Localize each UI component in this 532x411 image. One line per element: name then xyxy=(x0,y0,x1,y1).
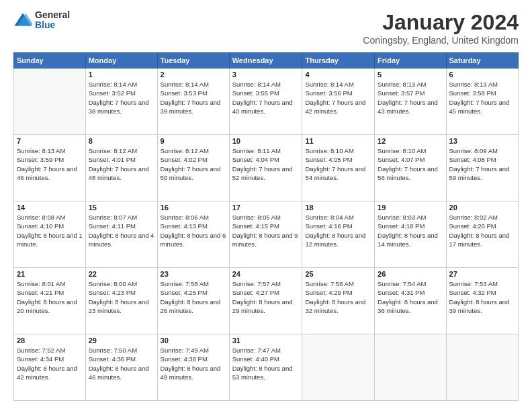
table-row: 5 Sunrise: 8:13 AM Sunset: 3:57 PM Dayli… xyxy=(375,68,446,135)
table-row xyxy=(302,334,375,401)
col-sunday: Sunday xyxy=(14,53,86,68)
cell-day-number: 10 xyxy=(232,137,300,145)
cell-sunset: Sunset: 4:34 PM xyxy=(17,355,83,363)
cell-day-number: 21 xyxy=(17,270,83,278)
cell-daylight: Daylight: 8 hours and 14 minutes. xyxy=(378,231,443,249)
cell-sunset: Sunset: 4:32 PM xyxy=(449,288,515,297)
table-row: 19 Sunrise: 8:03 AM Sunset: 4:18 PM Dayl… xyxy=(375,201,446,268)
cell-sunrise: Sunrise: 8:07 AM xyxy=(89,213,154,222)
logo-general-label: General xyxy=(35,10,70,20)
cell-daylight: Daylight: 7 hours and 38 minutes. xyxy=(89,98,154,116)
cell-daylight: Daylight: 7 hours and 50 minutes. xyxy=(161,165,226,183)
cell-daylight: Daylight: 7 hours and 46 minutes. xyxy=(17,165,83,183)
cell-day-number: 15 xyxy=(89,203,154,212)
calendar-week-row: 28 Sunrise: 7:52 AM Sunset: 4:34 PM Dayl… xyxy=(14,334,519,401)
cell-daylight: Daylight: 8 hours and 32 minutes. xyxy=(305,298,371,316)
cell-sunset: Sunset: 4:07 PM xyxy=(378,155,443,164)
cell-sunset: Sunset: 4:21 PM xyxy=(17,288,83,297)
cell-day-number: 6 xyxy=(449,71,515,79)
table-row: 7 Sunrise: 8:13 AM Sunset: 3:59 PM Dayli… xyxy=(14,135,86,201)
cell-sunrise: Sunrise: 8:13 AM xyxy=(378,80,443,89)
table-row: 6 Sunrise: 8:13 AM Sunset: 3:58 PM Dayli… xyxy=(446,68,518,135)
table-row: 18 Sunrise: 8:04 AM Sunset: 4:16 PM Dayl… xyxy=(302,201,375,268)
cell-daylight: Daylight: 8 hours and 23 minutes. xyxy=(89,298,154,316)
cell-sunrise: Sunrise: 8:09 AM xyxy=(449,146,515,155)
table-row: 21 Sunrise: 8:01 AM Sunset: 4:21 PM Dayl… xyxy=(14,268,86,334)
table-row: 13 Sunrise: 8:09 AM Sunset: 4:08 PM Dayl… xyxy=(446,135,518,201)
cell-daylight: Daylight: 7 hours and 59 minutes. xyxy=(449,165,515,183)
cell-sunrise: Sunrise: 7:50 AM xyxy=(89,346,154,355)
cell-day-number: 25 xyxy=(305,270,371,278)
cell-day-number: 30 xyxy=(161,336,226,345)
cell-daylight: Daylight: 8 hours and 53 minutes. xyxy=(232,364,300,382)
calendar-week-row: 21 Sunrise: 8:01 AM Sunset: 4:21 PM Dayl… xyxy=(14,268,519,334)
table-row: 16 Sunrise: 8:06 AM Sunset: 4:13 PM Dayl… xyxy=(157,201,229,268)
cell-day-number: 12 xyxy=(378,137,443,145)
cell-sunset: Sunset: 4:08 PM xyxy=(449,155,515,164)
title-block: January 2024 Coningsby, England, United … xyxy=(363,10,519,46)
cell-sunset: Sunset: 3:53 PM xyxy=(161,89,226,97)
cell-daylight: Daylight: 8 hours and 29 minutes. xyxy=(232,298,300,316)
cell-day-number: 19 xyxy=(378,203,443,212)
cell-sunset: Sunset: 4:04 PM xyxy=(232,155,300,164)
cell-sunset: Sunset: 4:31 PM xyxy=(378,288,443,297)
cell-daylight: Daylight: 7 hours and 45 minutes. xyxy=(449,98,515,116)
table-row: 8 Sunrise: 8:12 AM Sunset: 4:01 PM Dayli… xyxy=(85,135,157,201)
cell-sunrise: Sunrise: 8:10 AM xyxy=(378,146,443,155)
cell-daylight: Daylight: 8 hours and 36 minutes. xyxy=(378,298,443,316)
cell-day-number: 27 xyxy=(449,270,515,278)
cell-sunset: Sunset: 4:13 PM xyxy=(161,222,226,230)
cell-sunrise: Sunrise: 7:49 AM xyxy=(161,346,226,355)
cell-sunrise: Sunrise: 8:04 AM xyxy=(305,213,371,222)
table-row xyxy=(14,68,86,135)
table-row: 12 Sunrise: 8:10 AM Sunset: 4:07 PM Dayl… xyxy=(375,135,446,201)
cell-day-number: 22 xyxy=(89,270,154,278)
col-wednesday: Wednesday xyxy=(229,53,302,68)
cell-daylight: Daylight: 8 hours and 49 minutes. xyxy=(161,364,226,382)
cell-sunset: Sunset: 3:52 PM xyxy=(89,89,154,97)
table-row: 1 Sunrise: 8:14 AM Sunset: 3:52 PM Dayli… xyxy=(85,68,157,135)
cell-sunrise: Sunrise: 7:52 AM xyxy=(17,346,83,355)
calendar-week-row: 7 Sunrise: 8:13 AM Sunset: 3:59 PM Dayli… xyxy=(14,135,519,201)
cell-day-number: 11 xyxy=(305,137,371,145)
cell-sunset: Sunset: 4:36 PM xyxy=(89,355,154,363)
calendar-table: Sunday Monday Tuesday Wednesday Thursday… xyxy=(13,52,519,401)
cell-sunrise: Sunrise: 8:14 AM xyxy=(89,80,154,89)
table-row: 10 Sunrise: 8:11 AM Sunset: 4:04 PM Dayl… xyxy=(229,135,302,201)
cell-sunset: Sunset: 4:27 PM xyxy=(232,288,300,297)
col-thursday: Thursday xyxy=(302,53,375,68)
table-row: 14 Sunrise: 8:08 AM Sunset: 4:10 PM Dayl… xyxy=(14,201,86,268)
cell-sunrise: Sunrise: 8:13 AM xyxy=(449,80,515,89)
cell-day-number: 14 xyxy=(17,203,83,212)
cell-daylight: Daylight: 7 hours and 48 minutes. xyxy=(89,165,154,183)
table-row: 15 Sunrise: 8:07 AM Sunset: 4:11 PM Dayl… xyxy=(85,201,157,268)
cell-sunset: Sunset: 3:55 PM xyxy=(232,89,300,97)
cell-sunrise: Sunrise: 8:11 AM xyxy=(232,146,300,155)
cell-day-number: 24 xyxy=(232,270,300,278)
table-row: 29 Sunrise: 7:50 AM Sunset: 4:36 PM Dayl… xyxy=(85,334,157,401)
table-row xyxy=(375,334,446,401)
cell-day-number: 26 xyxy=(378,270,443,278)
table-row: 27 Sunrise: 7:53 AM Sunset: 4:32 PM Dayl… xyxy=(446,268,518,334)
cell-sunrise: Sunrise: 8:13 AM xyxy=(17,146,83,155)
cell-day-number: 31 xyxy=(232,336,300,345)
table-row: 9 Sunrise: 8:12 AM Sunset: 4:02 PM Dayli… xyxy=(157,135,229,201)
cell-daylight: Daylight: 8 hours and 1 minute. xyxy=(17,231,83,249)
cell-sunrise: Sunrise: 7:47 AM xyxy=(232,346,300,355)
cell-sunrise: Sunrise: 8:12 AM xyxy=(161,146,226,155)
cell-day-number: 8 xyxy=(89,137,154,145)
table-row: 20 Sunrise: 8:02 AM Sunset: 4:20 PM Dayl… xyxy=(446,201,518,268)
cell-sunset: Sunset: 4:16 PM xyxy=(305,222,371,230)
cell-daylight: Daylight: 7 hours and 42 minutes. xyxy=(305,98,371,116)
cell-sunrise: Sunrise: 8:03 AM xyxy=(378,213,443,222)
cell-sunrise: Sunrise: 8:08 AM xyxy=(17,213,83,222)
cell-sunrise: Sunrise: 8:14 AM xyxy=(161,80,226,89)
table-row: 2 Sunrise: 8:14 AM Sunset: 3:53 PM Dayli… xyxy=(157,68,229,135)
cell-daylight: Daylight: 8 hours and 12 minutes. xyxy=(305,231,371,249)
cell-sunrise: Sunrise: 8:06 AM xyxy=(161,213,226,222)
cell-sunset: Sunset: 3:56 PM xyxy=(305,89,371,97)
location: Coningsby, England, United Kingdom xyxy=(363,35,519,46)
cell-sunset: Sunset: 4:20 PM xyxy=(449,222,515,230)
cell-day-number: 2 xyxy=(161,71,226,79)
cell-daylight: Daylight: 7 hours and 43 minutes. xyxy=(378,98,443,116)
